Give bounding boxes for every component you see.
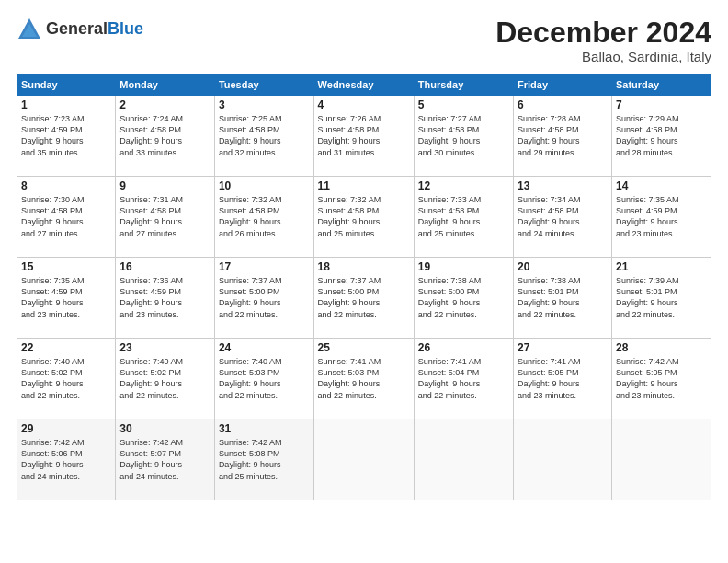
day-number: 24 xyxy=(219,341,310,354)
day-info: Sunrise: 7:42 AM Sunset: 5:07 PM Dayligh… xyxy=(119,437,210,482)
day-number: 10 xyxy=(219,179,310,192)
day-number: 27 xyxy=(518,341,608,354)
day-info: Sunrise: 7:35 AM Sunset: 4:59 PM Dayligh… xyxy=(21,275,111,320)
day-info: Sunrise: 7:41 AM Sunset: 5:03 PM Dayligh… xyxy=(318,356,410,401)
day-number: 17 xyxy=(219,260,310,273)
location: Ballao, Sardinia, Italy xyxy=(495,49,711,64)
day-info: Sunrise: 7:34 AM Sunset: 4:58 PM Dayligh… xyxy=(518,194,608,239)
day-info: Sunrise: 7:37 AM Sunset: 5:00 PM Dayligh… xyxy=(318,275,410,320)
day-number: 1 xyxy=(21,98,111,111)
calendar-cell: 18Sunrise: 7:37 AM Sunset: 5:00 PM Dayli… xyxy=(313,258,414,339)
day-info: Sunrise: 7:41 AM Sunset: 5:05 PM Dayligh… xyxy=(518,356,608,401)
day-info: Sunrise: 7:31 AM Sunset: 4:58 PM Dayligh… xyxy=(119,194,210,239)
calendar-cell xyxy=(313,419,414,500)
day-number: 7 xyxy=(616,98,707,111)
day-header-saturday: Saturday xyxy=(611,75,711,96)
day-number: 25 xyxy=(318,341,410,354)
calendar-cell: 3Sunrise: 7:25 AM Sunset: 4:58 PM Daylig… xyxy=(214,96,313,177)
calendar-week-2: 8Sunrise: 7:30 AM Sunset: 4:58 PM Daylig… xyxy=(17,177,711,258)
header: GeneralBlue December 2024 Ballao, Sardin… xyxy=(17,17,711,64)
day-info: Sunrise: 7:27 AM Sunset: 4:58 PM Dayligh… xyxy=(418,113,509,158)
day-info: Sunrise: 7:40 AM Sunset: 5:02 PM Dayligh… xyxy=(21,356,111,401)
title-block: December 2024 Ballao, Sardinia, Italy xyxy=(495,17,711,64)
calendar-cell: 29Sunrise: 7:42 AM Sunset: 5:06 PM Dayli… xyxy=(17,419,116,500)
day-info: Sunrise: 7:39 AM Sunset: 5:01 PM Dayligh… xyxy=(616,275,707,320)
calendar-cell: 13Sunrise: 7:34 AM Sunset: 4:58 PM Dayli… xyxy=(514,177,612,258)
page: GeneralBlue December 2024 Ballao, Sardin… xyxy=(0,0,728,563)
calendar-cell: 14Sunrise: 7:35 AM Sunset: 4:59 PM Dayli… xyxy=(611,177,711,258)
calendar-cell: 8Sunrise: 7:30 AM Sunset: 4:58 PM Daylig… xyxy=(17,177,116,258)
day-number: 29 xyxy=(21,422,111,435)
calendar-cell: 6Sunrise: 7:28 AM Sunset: 4:58 PM Daylig… xyxy=(514,96,612,177)
calendar-cell: 7Sunrise: 7:29 AM Sunset: 4:58 PM Daylig… xyxy=(611,96,711,177)
day-number: 5 xyxy=(418,98,509,111)
day-number: 3 xyxy=(219,98,310,111)
calendar-cell: 27Sunrise: 7:41 AM Sunset: 5:05 PM Dayli… xyxy=(514,339,612,419)
calendar-cell: 26Sunrise: 7:41 AM Sunset: 5:04 PM Dayli… xyxy=(414,339,513,419)
day-number: 13 xyxy=(518,179,608,192)
day-info: Sunrise: 7:29 AM Sunset: 4:58 PM Dayligh… xyxy=(616,113,707,158)
calendar-cell: 9Sunrise: 7:31 AM Sunset: 4:58 PM Daylig… xyxy=(116,177,215,258)
day-info: Sunrise: 7:23 AM Sunset: 4:59 PM Dayligh… xyxy=(21,113,111,158)
day-header-sunday: Sunday xyxy=(17,75,116,96)
calendar-cell: 16Sunrise: 7:36 AM Sunset: 4:59 PM Dayli… xyxy=(116,258,215,339)
day-info: Sunrise: 7:24 AM Sunset: 4:58 PM Dayligh… xyxy=(119,113,210,158)
day-number: 12 xyxy=(418,179,509,192)
day-info: Sunrise: 7:40 AM Sunset: 5:03 PM Dayligh… xyxy=(219,356,310,401)
day-info: Sunrise: 7:42 AM Sunset: 5:05 PM Dayligh… xyxy=(616,356,707,401)
day-info: Sunrise: 7:32 AM Sunset: 4:58 PM Dayligh… xyxy=(318,194,410,239)
calendar-week-4: 22Sunrise: 7:40 AM Sunset: 5:02 PM Dayli… xyxy=(17,339,711,419)
day-number: 21 xyxy=(616,260,707,273)
calendar-cell xyxy=(611,419,711,500)
calendar-cell: 5Sunrise: 7:27 AM Sunset: 4:58 PM Daylig… xyxy=(414,96,513,177)
day-info: Sunrise: 7:37 AM Sunset: 5:00 PM Dayligh… xyxy=(219,275,310,320)
calendar-cell: 19Sunrise: 7:38 AM Sunset: 5:00 PM Dayli… xyxy=(414,258,513,339)
day-info: Sunrise: 7:35 AM Sunset: 4:59 PM Dayligh… xyxy=(616,194,707,239)
day-info: Sunrise: 7:33 AM Sunset: 4:58 PM Dayligh… xyxy=(418,194,509,239)
day-info: Sunrise: 7:42 AM Sunset: 5:06 PM Dayligh… xyxy=(21,437,111,482)
day-number: 8 xyxy=(21,179,111,192)
month-title: December 2024 xyxy=(495,17,711,49)
calendar-cell: 22Sunrise: 7:40 AM Sunset: 5:02 PM Dayli… xyxy=(17,339,116,419)
day-info: Sunrise: 7:36 AM Sunset: 4:59 PM Dayligh… xyxy=(119,275,210,320)
day-info: Sunrise: 7:30 AM Sunset: 4:58 PM Dayligh… xyxy=(21,194,111,239)
day-info: Sunrise: 7:41 AM Sunset: 5:04 PM Dayligh… xyxy=(418,356,509,401)
calendar-week-5: 29Sunrise: 7:42 AM Sunset: 5:06 PM Dayli… xyxy=(17,419,711,500)
day-info: Sunrise: 7:32 AM Sunset: 4:58 PM Dayligh… xyxy=(219,194,310,239)
day-number: 19 xyxy=(418,260,509,273)
calendar-cell: 4Sunrise: 7:26 AM Sunset: 4:58 PM Daylig… xyxy=(313,96,414,177)
calendar-cell: 15Sunrise: 7:35 AM Sunset: 4:59 PM Dayli… xyxy=(17,258,116,339)
calendar-table: SundayMondayTuesdayWednesdayThursdayFrid… xyxy=(17,74,711,500)
day-number: 18 xyxy=(318,260,410,273)
day-number: 2 xyxy=(119,98,210,111)
calendar-cell: 31Sunrise: 7:42 AM Sunset: 5:08 PM Dayli… xyxy=(214,419,313,500)
calendar-cell: 30Sunrise: 7:42 AM Sunset: 5:07 PM Dayli… xyxy=(116,419,215,500)
day-number: 30 xyxy=(119,422,210,435)
calendar-cell: 10Sunrise: 7:32 AM Sunset: 4:58 PM Dayli… xyxy=(214,177,313,258)
day-header-friday: Friday xyxy=(514,75,612,96)
calendar-cell: 24Sunrise: 7:40 AM Sunset: 5:03 PM Dayli… xyxy=(214,339,313,419)
day-number: 11 xyxy=(318,179,410,192)
day-number: 22 xyxy=(21,341,111,354)
calendar-cell: 17Sunrise: 7:37 AM Sunset: 5:00 PM Dayli… xyxy=(214,258,313,339)
day-number: 20 xyxy=(518,260,608,273)
day-info: Sunrise: 7:38 AM Sunset: 5:01 PM Dayligh… xyxy=(518,275,608,320)
day-info: Sunrise: 7:25 AM Sunset: 4:58 PM Dayligh… xyxy=(219,113,310,158)
calendar-cell xyxy=(414,419,513,500)
logo: GeneralBlue xyxy=(17,17,143,42)
calendar-cell: 2Sunrise: 7:24 AM Sunset: 4:58 PM Daylig… xyxy=(116,96,215,177)
day-number: 9 xyxy=(119,179,210,192)
day-info: Sunrise: 7:38 AM Sunset: 5:00 PM Dayligh… xyxy=(418,275,509,320)
calendar-cell: 28Sunrise: 7:42 AM Sunset: 5:05 PM Dayli… xyxy=(611,339,711,419)
calendar-cell: 23Sunrise: 7:40 AM Sunset: 5:02 PM Dayli… xyxy=(116,339,215,419)
day-number: 14 xyxy=(616,179,707,192)
logo-icon xyxy=(17,17,42,42)
calendar-cell: 21Sunrise: 7:39 AM Sunset: 5:01 PM Dayli… xyxy=(611,258,711,339)
logo-general: General xyxy=(46,19,108,38)
calendar-cell: 12Sunrise: 7:33 AM Sunset: 4:58 PM Dayli… xyxy=(414,177,513,258)
calendar-cell: 25Sunrise: 7:41 AM Sunset: 5:03 PM Dayli… xyxy=(313,339,414,419)
day-number: 31 xyxy=(219,422,310,435)
calendar-cell: 1Sunrise: 7:23 AM Sunset: 4:59 PM Daylig… xyxy=(17,96,116,177)
calendar-header-row: SundayMondayTuesdayWednesdayThursdayFrid… xyxy=(17,75,711,96)
calendar-week-3: 15Sunrise: 7:35 AM Sunset: 4:59 PM Dayli… xyxy=(17,258,711,339)
